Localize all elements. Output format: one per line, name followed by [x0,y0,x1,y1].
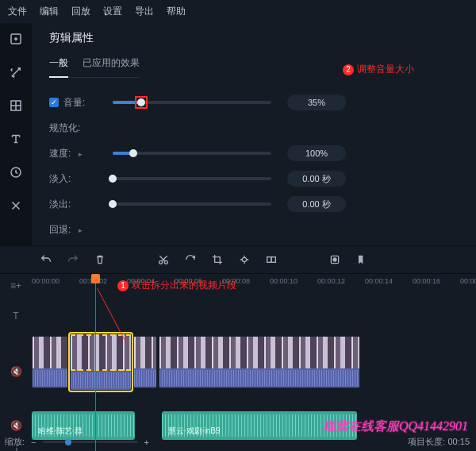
properties-panel: 剪辑属性 一般 已应用的效果 2 调整音量大小 音量: 35% [32,23,476,245]
reverse-label: 回退: [49,223,71,237]
fadein-value[interactable]: 0.00 秒 [287,171,346,187]
video-clip[interactable] [159,336,360,388]
time-tool-icon[interactable] [5,161,27,183]
adjust-button[interactable] [238,253,251,266]
svg-rect-6 [267,257,271,263]
zoom-out-button[interactable]: − [31,438,36,447]
menu-edit[interactable]: 编辑 [40,5,59,18]
zoom-slider[interactable] [43,441,138,443]
mute-video-icon[interactable]: 🔇 [10,366,22,377]
tab-applied-fx[interactable]: 已应用的效果 [83,56,140,77]
timeline-toolbar [0,245,476,274]
timeline-side: ≡+ T 🔇 🔇 ♪ [0,274,32,451]
speed-value[interactable]: 100% [287,145,346,161]
speed-slider[interactable] [113,152,271,155]
volume-value[interactable]: 35% [287,94,346,110]
fx-panel-icon[interactable] [5,94,27,117]
text-track-icon: T [13,310,18,322]
volume-slider[interactable] [113,101,271,104]
menu-export[interactable]: 导出 [135,5,154,18]
menu-help[interactable]: 帮助 [167,5,186,18]
annotation-line [95,283,96,451]
tab-general[interactable]: 一般 [49,56,68,78]
annotation-1: 1 双击拆分出来的视频片段 [117,279,236,292]
delete-button[interactable] [94,253,106,266]
panel-title: 剪辑属性 [49,31,462,45]
watermark-text: 狸窝在线客服QQ41442901 [323,418,468,435]
svg-point-9 [333,258,336,261]
zoom-in-button[interactable]: + [144,438,149,447]
svg-rect-7 [271,257,275,263]
side-toolbar [0,23,32,245]
redo-button[interactable] [67,253,79,266]
menu-file[interactable]: 文件 [8,5,27,18]
svg-point-5 [242,257,246,261]
undo-button[interactable] [40,253,52,266]
transition-button[interactable] [265,253,278,266]
annotation-2: 2 调整音量大小 [343,63,414,76]
wand-tool-icon[interactable] [5,61,27,83]
footer-bar: 缩放: − + 项目长度: 00:15 [5,436,470,448]
rotate-button[interactable] [184,253,197,266]
video-track [32,336,476,391]
speed-label: 速度: [49,147,71,160]
annotation-text: 双击拆分出来的视频片段 [132,279,236,292]
fadeout-slider[interactable] [113,202,271,206]
mute-audio-icon[interactable]: 🔇 [10,420,22,431]
add-track-button[interactable]: ≡+ [10,280,21,291]
fadeout-value[interactable]: 0.00 秒 [287,196,346,212]
zoom-label: 缩放: [5,436,25,448]
annotation-badge: 2 [343,64,354,75]
fadein-label: 淡入: [49,172,71,186]
annotation-badge: 1 [117,280,129,291]
chevron-right-icon [75,224,83,235]
text-tool-icon[interactable] [5,128,27,150]
project-length: 项目长度: 00:15 [408,436,470,448]
video-clip[interactable] [133,336,157,388]
fadein-slider[interactable] [113,177,271,180]
video-clip[interactable] [32,336,68,388]
tools-icon[interactable] [5,195,27,217]
normalize-label: 规范化: [49,121,80,135]
volume-highlight [135,96,148,109]
video-clip-selected[interactable] [70,333,132,391]
volume-checkbox[interactable] [49,98,59,107]
record-button[interactable] [328,253,341,266]
cut-button[interactable] [157,253,170,266]
fadeout-label: 淡出: [49,198,71,211]
crop-button[interactable] [211,253,224,266]
menu-playback[interactable]: 回放 [71,5,90,18]
volume-label: 音量: [63,96,85,110]
menu-bar: 文件 编辑 回放 设置 导出 帮助 [0,0,476,23]
annotation-text: 调整音量大小 [357,63,414,76]
menu-settings[interactable]: 设置 [103,5,122,18]
marker-button[interactable] [355,253,368,266]
chevron-right-icon [75,148,83,159]
add-tool-icon[interactable] [5,28,27,50]
